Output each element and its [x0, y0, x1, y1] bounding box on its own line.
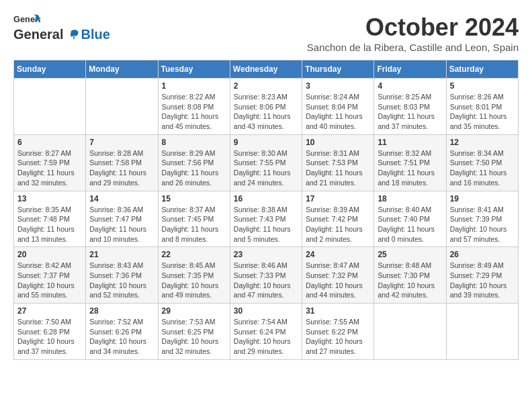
calendar-cell: 19Sunrise: 8:41 AMSunset: 7:39 PMDayligh… — [446, 191, 518, 247]
day-info: Sunrise: 8:22 AMSunset: 8:08 PMDaylight:… — [162, 92, 226, 132]
day-info: Sunrise: 8:37 AMSunset: 7:45 PMDaylight:… — [162, 205, 226, 244]
calendar-cell: 9Sunrise: 8:30 AMSunset: 7:55 PMDaylight… — [230, 134, 302, 191]
day-number: 24 — [306, 250, 370, 259]
day-info: Sunrise: 8:34 AMSunset: 7:50 PMDaylight:… — [450, 148, 515, 188]
calendar-week-row: 27Sunrise: 7:50 AMSunset: 6:28 PMDayligh… — [14, 304, 519, 360]
calendar-cell — [86, 79, 158, 135]
calendar-cell: 10Sunrise: 8:31 AMSunset: 7:53 PMDayligh… — [302, 134, 374, 191]
calendar-cell: 7Sunrise: 8:28 AMSunset: 7:58 PMDaylight… — [86, 134, 158, 191]
logo-icon: General — [13, 13, 40, 26]
day-number: 2 — [234, 81, 298, 91]
day-number: 3 — [306, 81, 370, 91]
calendar-cell: 20Sunrise: 8:42 AMSunset: 7:37 PMDayligh… — [14, 247, 86, 304]
day-number: 31 — [306, 306, 370, 316]
calendar-header-row: SundayMondayTuesdayWednesdayThursdayFrid… — [14, 60, 519, 79]
day-number: 14 — [89, 194, 154, 203]
calendar-cell: 16Sunrise: 8:38 AMSunset: 7:43 PMDayligh… — [230, 191, 302, 247]
day-number: 7 — [89, 138, 154, 147]
calendar-cell: 17Sunrise: 8:39 AMSunset: 7:42 PMDayligh… — [302, 191, 374, 247]
logo-general-text: General — [13, 27, 63, 42]
calendar-cell: 14Sunrise: 8:36 AMSunset: 7:47 PMDayligh… — [86, 191, 158, 247]
header: General General Blue October 2024 Sancho… — [13, 13, 519, 53]
calendar-cell — [14, 79, 86, 135]
logo-blue-text: Blue — [81, 27, 109, 42]
day-number: 17 — [306, 194, 370, 203]
logo: General General Blue — [13, 13, 110, 42]
day-of-week-header: Sunday — [14, 60, 86, 79]
day-info: Sunrise: 8:47 AMSunset: 7:32 PMDaylight:… — [306, 261, 370, 300]
day-number: 1 — [162, 81, 226, 91]
day-info: Sunrise: 8:40 AMSunset: 7:40 PMDaylight:… — [378, 205, 442, 244]
day-number: 12 — [450, 138, 515, 147]
day-number: 30 — [234, 306, 298, 316]
day-number: 29 — [162, 306, 226, 316]
calendar-cell: 22Sunrise: 8:45 AMSunset: 7:35 PMDayligh… — [158, 247, 230, 304]
day-info: Sunrise: 8:42 AMSunset: 7:37 PMDaylight:… — [17, 261, 82, 300]
day-info: Sunrise: 8:41 AMSunset: 7:39 PMDaylight:… — [450, 205, 515, 244]
calendar-cell: 27Sunrise: 7:50 AMSunset: 6:28 PMDayligh… — [14, 304, 86, 360]
calendar-cell: 25Sunrise: 8:48 AMSunset: 7:30 PMDayligh… — [374, 247, 446, 304]
calendar-cell: 18Sunrise: 8:40 AMSunset: 7:40 PMDayligh… — [374, 191, 446, 247]
day-number: 20 — [17, 250, 82, 259]
day-number: 26 — [450, 250, 515, 259]
calendar-week-row: 13Sunrise: 8:35 AMSunset: 7:48 PMDayligh… — [14, 191, 519, 247]
month-title: October 2024 — [307, 13, 519, 42]
day-info: Sunrise: 8:49 AMSunset: 7:29 PMDaylight:… — [450, 261, 515, 300]
day-info: Sunrise: 8:28 AMSunset: 7:58 PMDaylight:… — [89, 148, 154, 188]
calendar-cell: 24Sunrise: 8:47 AMSunset: 7:32 PMDayligh… — [302, 247, 374, 304]
day-number: 28 — [89, 306, 154, 316]
calendar-cell: 29Sunrise: 7:53 AMSunset: 6:25 PMDayligh… — [158, 304, 230, 360]
calendar-cell — [446, 304, 518, 360]
calendar-cell: 1Sunrise: 8:22 AMSunset: 8:08 PMDaylight… — [158, 79, 230, 135]
day-info: Sunrise: 8:46 AMSunset: 7:33 PMDaylight:… — [234, 261, 298, 300]
day-info: Sunrise: 7:54 AMSunset: 6:24 PMDaylight:… — [234, 317, 298, 357]
day-number: 22 — [162, 250, 226, 259]
day-info: Sunrise: 8:30 AMSunset: 7:55 PMDaylight:… — [234, 148, 298, 188]
day-info: Sunrise: 8:43 AMSunset: 7:36 PMDaylight:… — [89, 261, 154, 300]
day-of-week-header: Tuesday — [158, 60, 230, 79]
day-info: Sunrise: 7:52 AMSunset: 6:26 PMDaylight:… — [89, 317, 154, 357]
day-info: Sunrise: 8:35 AMSunset: 7:48 PMDaylight:… — [17, 205, 82, 244]
calendar-cell: 23Sunrise: 8:46 AMSunset: 7:33 PMDayligh… — [230, 247, 302, 304]
day-info: Sunrise: 8:31 AMSunset: 7:53 PMDaylight:… — [306, 148, 370, 188]
calendar-cell: 26Sunrise: 8:49 AMSunset: 7:29 PMDayligh… — [446, 247, 518, 304]
day-info: Sunrise: 8:25 AMSunset: 8:03 PMDaylight:… — [378, 92, 442, 132]
calendar-week-row: 1Sunrise: 8:22 AMSunset: 8:08 PMDaylight… — [14, 79, 519, 135]
day-info: Sunrise: 8:23 AMSunset: 8:06 PMDaylight:… — [234, 92, 298, 132]
day-info: Sunrise: 8:27 AMSunset: 7:59 PMDaylight:… — [17, 148, 82, 188]
day-number: 5 — [450, 81, 515, 91]
day-of-week-header: Monday — [86, 60, 158, 79]
day-number: 4 — [378, 81, 442, 91]
calendar-cell: 31Sunrise: 7:55 AMSunset: 6:22 PMDayligh… — [302, 304, 374, 360]
day-info: Sunrise: 8:24 AMSunset: 8:04 PMDaylight:… — [306, 92, 370, 132]
day-number: 18 — [378, 194, 442, 203]
day-info: Sunrise: 8:45 AMSunset: 7:35 PMDaylight:… — [162, 261, 226, 300]
calendar-cell: 3Sunrise: 8:24 AMSunset: 8:04 PMDaylight… — [302, 79, 374, 135]
day-number: 21 — [89, 250, 154, 259]
day-number: 9 — [234, 138, 298, 147]
day-number: 6 — [17, 138, 82, 147]
day-number: 27 — [17, 306, 82, 316]
day-number: 11 — [378, 138, 442, 147]
day-info: Sunrise: 8:39 AMSunset: 7:42 PMDaylight:… — [306, 205, 370, 244]
calendar-cell: 15Sunrise: 8:37 AMSunset: 7:45 PMDayligh… — [158, 191, 230, 247]
calendar-cell: 21Sunrise: 8:43 AMSunset: 7:36 PMDayligh… — [86, 247, 158, 304]
day-number: 13 — [17, 194, 82, 203]
day-of-week-header: Wednesday — [230, 60, 302, 79]
day-info: Sunrise: 8:48 AMSunset: 7:30 PMDaylight:… — [378, 261, 442, 300]
calendar-cell: 13Sunrise: 8:35 AMSunset: 7:48 PMDayligh… — [14, 191, 86, 247]
day-number: 25 — [378, 250, 442, 259]
calendar-cell: 30Sunrise: 7:54 AMSunset: 6:24 PMDayligh… — [230, 304, 302, 360]
day-info: Sunrise: 8:32 AMSunset: 7:51 PMDaylight:… — [378, 148, 442, 188]
day-of-week-header: Thursday — [302, 60, 374, 79]
subtitle: Sanchon de la Ribera, Castille and Leon,… — [307, 42, 519, 53]
calendar-cell: 12Sunrise: 8:34 AMSunset: 7:50 PMDayligh… — [446, 134, 518, 191]
calendar-cell: 6Sunrise: 8:27 AMSunset: 7:59 PMDaylight… — [14, 134, 86, 191]
calendar-cell — [374, 304, 446, 360]
calendar-cell: 5Sunrise: 8:26 AMSunset: 8:01 PMDaylight… — [446, 79, 518, 135]
day-info: Sunrise: 8:36 AMSunset: 7:47 PMDaylight:… — [89, 205, 154, 244]
day-of-week-header: Friday — [374, 60, 446, 79]
logo-bird-icon — [64, 28, 79, 42]
day-info: Sunrise: 8:38 AMSunset: 7:43 PMDaylight:… — [234, 205, 298, 244]
title-section: October 2024 Sanchon de la Ribera, Casti… — [307, 13, 519, 53]
